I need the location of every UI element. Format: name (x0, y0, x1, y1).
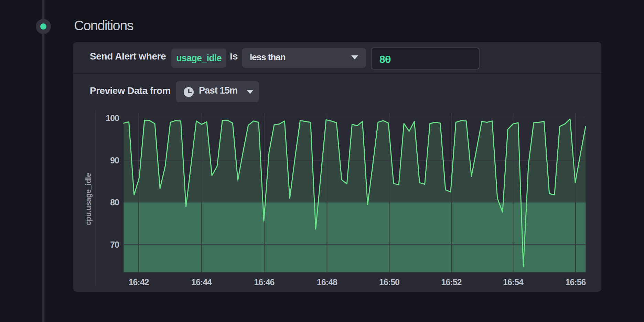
svg-text:16:52: 16:52 (441, 277, 462, 287)
svg-text:16:46: 16:46 (254, 277, 275, 287)
svg-text:100: 100 (106, 113, 119, 123)
svg-text:16:56: 16:56 (566, 277, 586, 287)
svg-text:16:50: 16:50 (379, 277, 399, 287)
svg-text:90: 90 (110, 155, 119, 165)
svg-text:16:42: 16:42 (129, 277, 149, 287)
svg-text:16:48: 16:48 (317, 277, 337, 287)
svg-text:16:54: 16:54 (503, 277, 524, 287)
svg-text:80: 80 (110, 197, 119, 207)
svg-text:16:44: 16:44 (191, 277, 212, 287)
svg-text:70: 70 (110, 240, 119, 249)
